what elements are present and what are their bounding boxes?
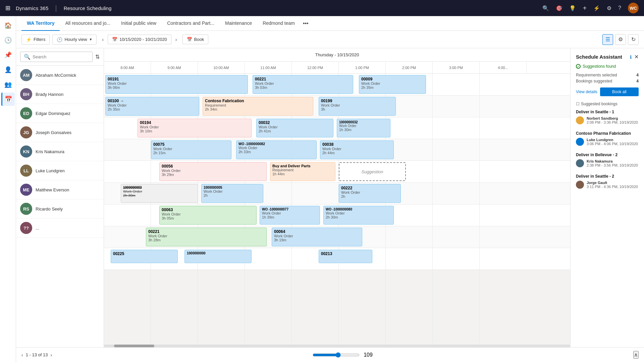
user-avatar[interactable]: WC (628, 3, 639, 13)
block-00199[interactable]: 00199 Work Order 3h (319, 97, 396, 116)
block-00213[interactable]: 00213 (319, 250, 372, 263)
help-icon[interactable]: ? (618, 5, 621, 11)
block-suggestion-kris[interactable]: Suggestion (339, 162, 406, 181)
search-icon[interactable]: 🔍 (542, 5, 549, 11)
resource-item[interactable]: ED Edgar Dominquez (16, 104, 104, 123)
refresh-button[interactable]: ↻ (628, 34, 639, 45)
hourly-view-button[interactable]: 🕐 Hourly view ▼ (52, 35, 97, 45)
resource-name: Ricardo Seely (36, 206, 63, 212)
sort-button[interactable]: ⇅ (95, 54, 100, 60)
brand-name: Dynamics 365 (16, 5, 48, 11)
sidebar-item-calendar[interactable]: 📅 (1, 93, 15, 106)
block-1000000000[interactable]: 1000000000 (184, 250, 252, 263)
block-contoso-fabrication[interactable]: Contoso Fabrication Requirement 2h 34m (203, 97, 313, 116)
resource-item[interactable]: KN Kris Nakamura (16, 142, 104, 161)
block-00075[interactable]: 00075 Work Order 2h 15m (151, 140, 231, 159)
block-00221-2[interactable]: 00221 Work Order 3h 28m (146, 228, 267, 246)
resource-item[interactable]: BH Brady Hannon (16, 85, 104, 104)
block-00038[interactable]: 00038 Work Order 2h 44m (320, 140, 394, 159)
block-1000000003[interactable]: 1000000003 Work Order 2h 30m (121, 184, 198, 203)
block-00221-1[interactable]: 00221 Work Order 3h 03m (253, 75, 353, 94)
booking-group-contoso: Contoso Pharma Fabrication Luke Lundgren… (576, 131, 639, 148)
toolbar-right: ☰ ⚙ ↻ (602, 34, 639, 45)
assistant-header: Schedule Assistant ℹ ✕ (576, 54, 639, 60)
block-00032[interactable]: 00032 Work Order 2h 41m (256, 119, 333, 137)
resource-item[interactable]: AM Abraham McCormick (16, 66, 104, 85)
book-all-button[interactable]: Book all (600, 87, 639, 96)
close-icon[interactable]: ✕ (634, 54, 639, 60)
bookings-stat: Bookings suggested 4 (576, 79, 639, 83)
tab-all-resources[interactable]: All resources and jo... (60, 16, 116, 31)
block-buy-deliver[interactable]: Buy and Deliver Parts Requirement 1h 44m (270, 162, 335, 181)
resource-name: Edgar Dominquez (36, 111, 70, 116)
block-00222[interactable]: 00222 Work Order 2h (339, 184, 401, 203)
add-icon[interactable]: + (583, 4, 587, 12)
filter-icon[interactable]: ⚡ (593, 5, 600, 11)
view-details-button[interactable]: View details (576, 87, 597, 96)
block-00191[interactable]: 00191 Work Order 3h 06m (105, 75, 248, 94)
booking-name: Kris Nakamura (587, 159, 638, 163)
tab-initial-public[interactable]: Initial public view (116, 16, 162, 31)
collapse-button[interactable]: ∧ (633, 351, 639, 359)
lightbulb-icon[interactable]: 💡 (569, 5, 576, 11)
prev-page-button[interactable]: ‹ (21, 352, 23, 358)
block-00194[interactable]: 00194 Work Order 3h 10m (138, 119, 252, 137)
block-00056[interactable]: 00056 Work Order 3h 29m (159, 162, 267, 181)
block-00009[interactable]: 00009 Work Order 2h 35m (359, 75, 426, 94)
resource-item[interactable]: JG Joseph Gonsalves (16, 123, 104, 142)
resource-item[interactable]: ME Matthew Everson (16, 180, 104, 199)
sidebar-item-pinned[interactable]: 📌 (1, 48, 15, 62)
next-date-button[interactable]: › (173, 36, 180, 44)
requirements-stat: Requirements selected 4 (576, 73, 639, 77)
resource-item[interactable]: ?? ... (16, 219, 104, 238)
sidebar-item-home[interactable]: 🏠 (1, 19, 15, 32)
block-00064[interactable]: 00064 Work Order 3h 19m (272, 228, 362, 246)
block-00100[interactable]: 00100 → Work Order 2h 35m (105, 97, 199, 116)
target-icon[interactable]: 🎯 (556, 5, 562, 11)
resource-search-area: 🔍 ⇅ (16, 48, 104, 66)
booking-name: Luke Lundgren (587, 138, 638, 142)
top-nav-icons: 🔍 🎯 💡 + ⚡ ⚙ ? WC (542, 3, 639, 13)
tabs-more-button[interactable]: ••• (300, 20, 311, 26)
avatar: ?? (20, 222, 32, 234)
booking-time: 2:38 PM - 3:56 PM, 10/19/2020 (587, 163, 638, 167)
sidebar-item-people[interactable]: 👤 (1, 63, 15, 76)
sidebar-item-team[interactable]: 👥 (1, 78, 15, 91)
settings-icon[interactable]: ⚙ (607, 5, 611, 11)
block-00063[interactable]: 00063 Work Order 3h 05m (159, 206, 257, 225)
search-box[interactable]: 🔍 (20, 52, 93, 62)
sidebar-item-recent[interactable]: 🕒 (1, 34, 15, 47)
time-cell-10am: 10:00 AM (198, 62, 245, 73)
tab-wa-territory[interactable]: WA Territory (21, 16, 60, 31)
resource-item[interactable]: LL Luke Lundgren (16, 161, 104, 180)
tab-redmond[interactable]: Redmond team (257, 16, 300, 31)
settings-view-button[interactable]: ⚙ (615, 34, 626, 45)
filters-button[interactable]: ⚡ Filters (21, 35, 50, 45)
bottom-bar: ‹ 1 - 13 of 13 › 109 ∧ (16, 347, 644, 362)
grid-icon[interactable]: ⊞ (5, 4, 10, 12)
search-input[interactable] (33, 54, 89, 59)
booking-time: 3:11 PM - 4:36 PM, 10/19/2020 (587, 185, 638, 189)
book-button[interactable]: 📅 Book (182, 35, 209, 44)
block-wo-1000000077[interactable]: WO -1000000077 Work Order 1h 39m (260, 206, 320, 225)
tab-maintenance[interactable]: Maintenance (220, 16, 257, 31)
block-1000000032[interactable]: 1000000032 Work Order 1h 30m (337, 119, 390, 137)
zoom-slider[interactable] (313, 352, 360, 358)
tab-contractors[interactable]: Contractors and Part... (162, 16, 220, 31)
list-view-button[interactable]: ☰ (602, 34, 613, 45)
date-nav: ‹ 📅 10/15/2020 - 10/21/2020 › (99, 35, 179, 44)
resource-item[interactable]: RS Ricardo Seely (16, 199, 104, 219)
next-page-button[interactable]: › (50, 352, 52, 358)
calendar-header: Thursday - 10/15/2020 (104, 48, 570, 62)
block-00225[interactable]: 00225 (111, 250, 178, 263)
assistant-info-icon[interactable]: ℹ (630, 54, 632, 60)
block-wo-1000000082[interactable]: WO -1000000082 Work Order 2h 33m (236, 140, 317, 159)
date-picker-button[interactable]: 📅 10/15/2020 - 10/21/2020 (108, 35, 171, 44)
block-1000000005[interactable]: 1000000005 Work Order 2h (201, 184, 263, 203)
time-cell-9am: 9:00 AM (151, 62, 198, 73)
avatar: JG (20, 126, 32, 138)
prev-date-button[interactable]: ‹ (99, 36, 106, 44)
day-header: Thursday - 10/15/2020 (104, 50, 570, 60)
schedule-assistant-panel: Schedule Assistant ℹ ✕ ✓ Suggestions fou… (570, 48, 644, 347)
block-wo-1000000080[interactable]: WO -1000000080 Work Order 2h 30m (323, 206, 394, 225)
